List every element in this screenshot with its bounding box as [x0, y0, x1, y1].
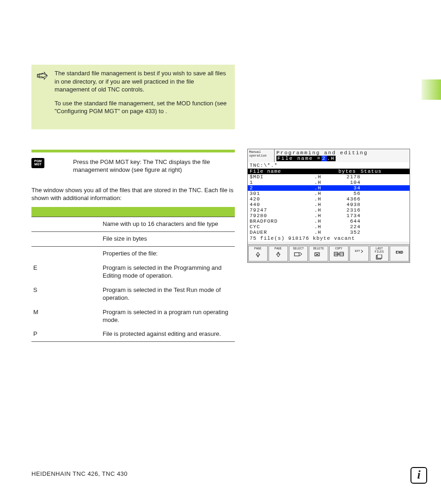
file-name: 1	[250, 180, 314, 185]
file-bytes: 56	[333, 191, 361, 196]
tip-paragraph-2: To use the standard file management, set…	[55, 99, 229, 115]
file-bytes: 644	[333, 219, 361, 224]
info-icon: i	[410, 467, 427, 484]
file-row: 301.H56	[248, 191, 410, 196]
file-name: BRADFORD	[250, 219, 314, 224]
key-label-line1: PGM	[31, 159, 44, 163]
table-cell-key: P	[31, 327, 101, 341]
file-ext: .H	[314, 207, 333, 213]
file-name: DAUER	[250, 230, 314, 235]
file-row: 420.H4366	[248, 196, 410, 202]
file-bytes: 224	[333, 224, 361, 230]
intro-paragraph: The window shows you all of the files th…	[31, 186, 235, 202]
file-ext: .H	[314, 180, 333, 185]
file-name: 79247	[250, 207, 314, 213]
directory-path: TNC:\*.*	[248, 162, 410, 169]
file-ext: .H	[314, 219, 333, 224]
softkey[interactable]: SELECT	[289, 246, 308, 261]
table-cell-key: M	[31, 305, 101, 328]
pgm-mgt-key-icon: PGM MGT	[31, 158, 44, 168]
key-label-line2: MGT	[31, 163, 44, 166]
file-name: 2	[250, 185, 314, 191]
file-listing: TNC:\*.* File name bytes Status $MDI.H21…	[248, 162, 410, 242]
file-info-table: Name with up to 16 characters and file t…	[31, 207, 235, 342]
file-bytes: 4366	[333, 196, 361, 202]
table-header-bar	[31, 207, 235, 217]
file-row: DAUER.H352	[248, 230, 410, 235]
file-row: CYC.H224	[248, 224, 410, 230]
tip-paragraph-1: The standard file management is best if …	[55, 69, 229, 94]
file-ext: .H	[314, 196, 333, 202]
page-edge-tab	[422, 79, 441, 100]
file-ext: .H	[314, 202, 333, 207]
softkey[interactable]: PAGE	[248, 246, 268, 261]
screen-title: Programming and editing	[276, 150, 408, 156]
file-row: 79247.H2316	[248, 207, 410, 213]
table-cell-desc: Properties of the file:	[101, 247, 235, 261]
table-cell-key	[31, 217, 101, 232]
table-cell-desc: File is protected against editing and er…	[101, 327, 235, 341]
table-cell-desc: File size in bytes	[101, 232, 235, 247]
file-name: $MDI	[250, 174, 314, 180]
svg-rect-10	[377, 255, 382, 258]
svg-text:XYZ: XYZ	[340, 253, 344, 256]
file-bytes: 104	[333, 180, 361, 185]
table-cell-key: S	[31, 283, 101, 305]
file-name: 420	[250, 196, 314, 202]
table-cell-desc: Name with up to 16 characters and file t…	[101, 217, 235, 232]
table-cell-key: E	[31, 261, 101, 283]
tip-callout: The standard file management is best if …	[31, 65, 235, 129]
file-bytes: 4938	[333, 202, 361, 207]
tnc-screenshot: Manual operation Programming and editing…	[247, 149, 410, 263]
svg-text:ABC: ABC	[335, 253, 339, 256]
page-footer: HEIDENHAIN TNC 426, TNC 430	[31, 470, 128, 477]
softkey[interactable]: EXT	[349, 246, 369, 261]
file-bytes: 34	[333, 185, 361, 191]
file-bytes: 1734	[333, 213, 361, 219]
file-row: BRADFORD.H644	[248, 219, 410, 224]
table-cell-desc: Program is selected in the Test Run mode…	[101, 283, 235, 305]
file-row: 79280.H1734	[248, 213, 410, 219]
file-ext: .H	[314, 185, 333, 191]
file-list-header: File name bytes Status	[248, 169, 410, 174]
file-name: 79280	[250, 213, 314, 219]
file-ext: .H	[314, 230, 333, 235]
svg-text:EXT: EXT	[355, 249, 360, 253]
file-ext: .H	[314, 191, 333, 196]
softkey[interactable]: PAGE	[269, 246, 288, 261]
key-instruction-row: PGM MGT Press the PGM MGT key: The TNC d…	[31, 158, 235, 174]
svg-rect-0	[294, 253, 299, 256]
table-cell-desc: Program is selected in the Programming a…	[101, 261, 235, 283]
softkey[interactable]: DELETE	[309, 246, 328, 261]
file-name: 301	[250, 191, 314, 196]
hand-pointing-icon	[37, 71, 49, 80]
file-row: 440.H4938	[248, 202, 410, 207]
softkey[interactable]: COPYABCXYZ	[329, 246, 349, 261]
file-ext: .H	[314, 224, 333, 230]
file-ext: .H	[314, 174, 333, 180]
file-bytes: 2316	[333, 207, 361, 213]
file-row: $MDI.H2178	[248, 174, 410, 180]
table-cell-key	[31, 232, 101, 247]
softkey[interactable]: LASTFILES	[370, 246, 389, 261]
softkey-row: PAGEPAGESELECTDELETECOPYABCXYZEXTLASTFIL…	[248, 244, 410, 262]
main-content: The standard file management is best if …	[31, 65, 235, 342]
status-line: 75 file(s) 918176 kbyte vacant	[248, 235, 410, 242]
screenshot-header: Manual operation Programming and editing…	[248, 149, 410, 162]
file-row: 2.H34	[248, 185, 410, 191]
file-bytes: 352	[333, 230, 361, 235]
filename-line: File name =2.H	[276, 156, 408, 161]
file-bytes: 2178	[333, 174, 361, 180]
table-cell-desc: Program is selected in a program run ope…	[101, 305, 235, 328]
key-instruction-text: Press the PGM MGT key: The TNC displays …	[50, 158, 235, 174]
table-cell-key	[31, 247, 101, 261]
file-row: 1.H104	[248, 180, 410, 185]
filename-cursor: 2	[321, 156, 327, 161]
section-divider	[31, 150, 235, 152]
file-name: CYC	[250, 224, 314, 230]
screenshot-title-area: Programming and editing File name =2.H	[275, 149, 410, 162]
file-name: 440	[250, 202, 314, 207]
operating-mode-label: Manual operation	[248, 149, 275, 162]
file-ext: .H	[314, 213, 333, 219]
softkey[interactable]: END	[390, 246, 409, 261]
